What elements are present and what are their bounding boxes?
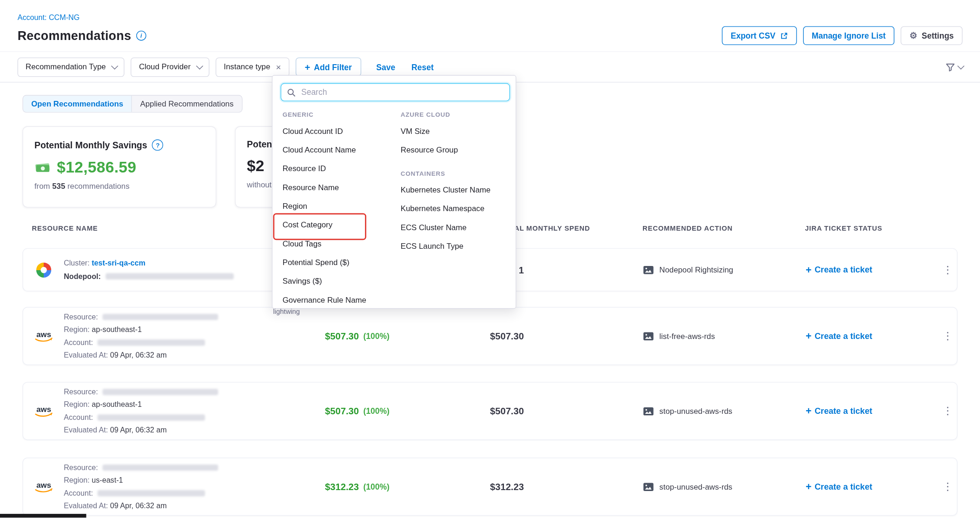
savings-sub-suffix: recommendations xyxy=(67,182,130,191)
create-ticket-label: Create a ticket xyxy=(814,406,872,416)
region-label: Region: xyxy=(64,476,90,485)
table-row[interactable]: aws Resource: Region: ap-southeast-1 Acc… xyxy=(22,307,957,365)
cluster-label: Cluster: xyxy=(64,259,90,268)
add-filter-button[interactable]: + Add Filter xyxy=(295,58,361,76)
savings-sub-prefix: from xyxy=(34,182,50,191)
filter-chip-label: Cloud Provider xyxy=(139,62,191,71)
filter-option-resource-group[interactable]: Resource Group xyxy=(401,140,513,159)
account-label: Account: xyxy=(64,338,93,347)
filter-option-region[interactable]: Region xyxy=(283,197,395,215)
help-icon[interactable]: ? xyxy=(152,139,163,151)
row-menu-icon[interactable]: ⋮ xyxy=(942,331,953,341)
filter-option-ecs-launch-type[interactable]: ECS Launch Type xyxy=(401,237,513,256)
row-menu-icon[interactable]: ⋮ xyxy=(942,265,953,275)
manage-ignore-list-button[interactable]: Manage Ignore List xyxy=(803,26,894,45)
table-row[interactable]: aws Resource: Region: us-east-1 Account:… xyxy=(22,458,957,516)
filter-panel-toggle[interactable] xyxy=(945,61,963,72)
region-value: ap-southeast-1 xyxy=(92,400,142,409)
action-icon xyxy=(643,332,654,340)
row-menu-icon[interactable]: ⋮ xyxy=(942,406,953,417)
section-title-azure-cloud: AZURE CLOUD xyxy=(401,107,513,122)
column-header-recommended-action: RECOMMENDED ACTION xyxy=(635,225,798,232)
filter-chip-label: Instance type xyxy=(224,62,270,71)
svg-text:aws: aws xyxy=(36,480,51,489)
evaluated-at-label: Evaluated At: xyxy=(64,351,108,359)
page-header: Account: CCM-NG Recommendations i Export… xyxy=(0,0,980,45)
create-ticket-link[interactable]: + Create a ticket xyxy=(806,482,872,492)
table-row[interactable]: aws Resource: Region: ap-southeast-1 Acc… xyxy=(22,382,957,440)
info-icon[interactable]: i xyxy=(136,31,146,41)
evaluated-at-value: 09 Apr, 06:32 am xyxy=(110,351,167,359)
section-title-containers: CONTAINERS xyxy=(401,166,513,180)
filter-option-resource-name[interactable]: Resource Name xyxy=(283,178,395,197)
reset-filter-link[interactable]: Reset xyxy=(411,62,434,72)
aws-provider-icon: aws xyxy=(33,404,54,418)
remove-filter-icon[interactable]: × xyxy=(276,62,281,71)
filter-option-potential-spend[interactable]: Potential Spend ($) xyxy=(283,253,395,272)
savings-percent: (100%) xyxy=(363,332,389,341)
savings-amount: $12,586.59 xyxy=(57,158,136,176)
money-icon xyxy=(34,161,51,173)
redacted-value xyxy=(98,339,205,345)
chevron-down-icon xyxy=(111,62,118,69)
export-csv-label: Export CSV xyxy=(731,31,775,40)
filter-option-cloud-tags[interactable]: Cloud Tags xyxy=(283,234,395,253)
filter-search-box xyxy=(281,83,510,101)
tab-open-recommendations[interactable]: Open Recommendations xyxy=(23,96,132,112)
create-ticket-link[interactable]: + Create a ticket xyxy=(806,265,872,275)
section-title-generic: GENERIC xyxy=(283,107,395,122)
filter-option-kubernetes-namespace[interactable]: Kubernetes Namespace xyxy=(401,199,513,218)
tab-applied-recommendations[interactable]: Applied Recommendations xyxy=(132,96,242,112)
filter-option-ecs-cluster-name[interactable]: ECS Cluster Name xyxy=(401,218,513,237)
settings-button[interactable]: ⚙ Settings xyxy=(901,26,962,45)
monthly-spend-value: $312.23 xyxy=(490,481,524,492)
evaluated-at-value: 09 Apr, 06:32 am xyxy=(110,501,167,510)
recommendations-page: Account: CCM-NG Recommendations i Export… xyxy=(0,0,980,518)
create-ticket-label: Create a ticket xyxy=(814,482,872,491)
monthly-spend-value: $507.30 xyxy=(490,406,524,417)
nodepool-label: Nodepool: xyxy=(64,272,101,280)
plus-icon: + xyxy=(806,406,812,416)
create-ticket-link[interactable]: + Create a ticket xyxy=(806,331,872,341)
settings-label: Settings xyxy=(922,31,954,40)
monthly-savings-value: $312.23 xyxy=(325,481,359,492)
export-csv-button[interactable]: Export CSV xyxy=(722,26,797,45)
row-menu-icon[interactable]: ⋮ xyxy=(942,481,953,492)
create-ticket-label: Create a ticket xyxy=(814,265,872,274)
add-filter-dropdown: GENERIC Cloud Account ID Cloud Account N… xyxy=(272,75,516,309)
evaluated-at-label: Evaluated At: xyxy=(64,501,108,510)
filter-option-savings[interactable]: Savings ($) xyxy=(283,272,395,291)
evaluated-at-value: 09 Apr, 06:32 am xyxy=(110,426,167,435)
create-ticket-link[interactable]: + Create a ticket xyxy=(806,406,872,416)
filter-option-cost-category[interactable]: Cost Category xyxy=(283,216,395,234)
recommended-action-label: stop-unused-aws-rds xyxy=(659,407,732,416)
filter-chip-cloud-provider[interactable]: Cloud Provider xyxy=(131,57,209,77)
screen-edge-artifact xyxy=(0,514,86,518)
account-breadcrumb[interactable]: Account: CCM-NG xyxy=(18,13,80,22)
recommended-action-label: list-free-aws-rds xyxy=(659,332,715,340)
cluster-link[interactable]: test-sri-qa-ccm xyxy=(92,259,146,268)
chevron-down-icon xyxy=(196,62,203,69)
monthly-spend-fragment: 1 xyxy=(519,265,524,275)
filter-option-vm-size[interactable]: VM Size xyxy=(401,122,513,140)
save-filter-link[interactable]: Save xyxy=(376,62,395,72)
recommended-action-label: Nodepool Rightsizing xyxy=(659,266,733,274)
filter-chip-recommendation-type[interactable]: Recommendation Type xyxy=(18,57,125,77)
region-value: ap-southeast-1 xyxy=(92,325,142,334)
recommendations-count: 535 xyxy=(52,182,65,191)
filter-chip-label: Recommendation Type xyxy=(26,62,106,71)
filter-option-governance-rule-name[interactable]: Governance Rule Name xyxy=(283,291,395,309)
savings-percent: (100%) xyxy=(363,406,389,416)
resource-label: Resource: xyxy=(64,463,98,472)
filter-option-cloud-account-id[interactable]: Cloud Account ID xyxy=(283,122,395,140)
redacted-value xyxy=(103,389,219,395)
filter-option-cloud-account-name[interactable]: Cloud Account Name xyxy=(283,140,395,159)
recommended-action-label: stop-unused-aws-rds xyxy=(659,482,732,491)
redacted-value xyxy=(98,415,205,421)
filter-search-input[interactable] xyxy=(300,87,503,98)
filter-option-resource-id[interactable]: Resource ID xyxy=(283,159,395,178)
filter-chip-instance-type[interactable]: Instance type × xyxy=(216,57,289,77)
chevron-down-icon xyxy=(957,62,964,69)
filter-option-kubernetes-cluster-name[interactable]: Kubernetes Cluster Name xyxy=(401,181,513,199)
savings-percent: (100%) xyxy=(363,482,389,491)
